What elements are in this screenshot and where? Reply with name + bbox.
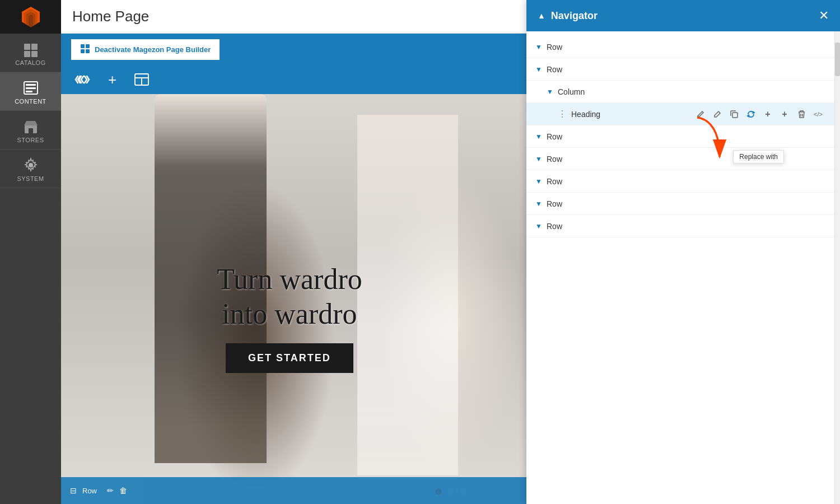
row6-toggle-icon[interactable]: ▼ [535,200,547,208]
svg-rect-5 [26,84,36,86]
column-toggle-icon[interactable]: ▼ [547,88,558,96]
replace-with-tooltip: Replace with [733,150,784,164]
bottom-bar-label: Row [82,487,97,495]
row7-toggle-icon[interactable]: ▼ [535,222,547,230]
heading-replace-icon[interactable] [744,107,758,122]
navigator-tree: ▼ Row ▼ Row ▼ Column ⋮ Heading [526,31,834,504]
nav-item-heading[interactable]: ⋮ Heading [526,103,834,125]
layout-icon[interactable] [130,71,153,88]
nav-item-column[interactable]: ▼ Column [526,81,834,103]
svg-rect-0 [24,44,30,50]
nav-item-row6[interactable]: ▼ Row [526,193,834,215]
heading-line1: Turn wardro [217,262,362,297]
svg-rect-13 [81,49,85,53]
nav-item-row4[interactable]: ▼ Row [526,148,834,170]
navigator-scrollbar-thumb[interactable] [835,43,840,76]
heading-style-icon[interactable] [710,107,725,122]
navigator-close-button[interactable]: ✕ [819,8,829,23]
row7-label: Row [547,222,825,231]
row2-toggle-icon[interactable]: ▼ [535,66,547,73]
svg-rect-9 [29,128,33,133]
catalog-label: CATALOG [15,59,45,66]
heading-code-icon[interactable]: </> [811,107,825,122]
deactivate-label: Deactivate Magezon Page Builder [95,45,211,54]
sidebar-item-system[interactable]: SYSTEM [0,150,61,188]
row2-label: Row [547,65,825,74]
main-area: Home Page ← Back Delete Page View Page S… [61,0,840,504]
row5-label: Row [547,177,825,186]
add-section-icon[interactable]: + [104,69,121,91]
canvas-heading: Turn wardro into wardro [217,262,362,332]
heading-delete-icon[interactable] [794,107,809,122]
row3-label: Row [547,132,825,141]
system-label: SYSTEM [17,175,44,182]
nav-item-row3[interactable]: ▼ Row [526,125,834,148]
svg-rect-11 [81,44,85,48]
stores-icon [22,119,39,134]
nav-item-row1[interactable]: ▼ Row [526,36,834,58]
navigator-scrollbar[interactable] [834,31,840,504]
svg-rect-14 [86,49,90,53]
heading-line2: into wardro [217,297,362,332]
chevrons-icon[interactable] [70,71,95,88]
sidebar-item-catalog[interactable]: CATALOG [0,34,61,72]
row1-toggle-icon[interactable]: ▼ [535,43,547,51]
navigator-panel: ▲ Navigator ✕ ▼ Row ▼ Row ▼ Column [526,0,840,504]
collapse-icon[interactable]: ▲ [538,11,545,20]
magento-logo-icon [18,4,43,29]
svg-rect-2 [24,51,30,57]
row-icon: ⊟ [70,486,77,495]
svg-rect-12 [86,44,90,48]
content-icon [22,80,39,96]
heading-edit-icon[interactable] [693,107,708,122]
navigator-content: ▼ Row ▼ Row ▼ Column ⋮ Heading [526,31,840,504]
nav-item-row2[interactable]: ▼ Row [526,58,834,81]
nav-item-row7[interactable]: ▼ Row [526,215,834,237]
svg-rect-3 [31,51,38,57]
content-label: CONTENT [15,98,46,105]
row1-label: Row [547,43,825,52]
svg-rect-7 [26,91,32,92]
canvas-overlay: Turn wardro into wardro GET STARTED [217,262,362,373]
sidebar: CATALOG CONTENT STORES [0,0,61,504]
canvas-cta-button[interactable]: GET STARTED [226,343,353,373]
nav-item-row5[interactable]: ▼ Row [526,170,834,193]
delete-row-icon[interactable]: 🗑 [119,486,127,495]
heading-label: Heading [571,110,693,119]
deactivate-icon [80,44,90,55]
heading-add-before-icon[interactable]: + [760,107,775,122]
heading-actions: + + </> [693,107,825,122]
sidebar-item-content[interactable]: CONTENT [0,72,61,111]
stores-label: STORES [17,137,44,143]
svg-rect-18 [732,113,738,118]
heading-dots-menu[interactable]: ⋮ [558,109,567,119]
edit-row-icon[interactable]: ✏ [107,486,114,495]
column-label: Column [558,87,825,96]
navigator-title: Navigator [551,10,598,22]
deactivate-button[interactable]: Deactivate Magezon Page Builder [70,38,221,61]
sidebar-item-stores[interactable]: STORES [0,111,61,150]
heading-duplicate-icon[interactable] [727,107,741,122]
svg-rect-1 [31,44,38,50]
row4-toggle-icon[interactable]: ▼ [535,155,547,163]
system-icon [22,157,39,173]
sidebar-logo [0,0,61,34]
svg-point-10 [29,163,33,167]
fashion-figure-center [357,115,458,475]
catalog-icon [22,41,39,57]
row6-label: Row [547,199,825,208]
svg-rect-6 [26,87,36,89]
row5-toggle-icon[interactable]: ▼ [535,178,547,185]
heading-add-after-icon[interactable]: + [777,107,792,122]
navigator-header: ▲ Navigator ✕ [526,0,840,31]
row3-toggle-icon[interactable]: ▼ [535,133,547,141]
